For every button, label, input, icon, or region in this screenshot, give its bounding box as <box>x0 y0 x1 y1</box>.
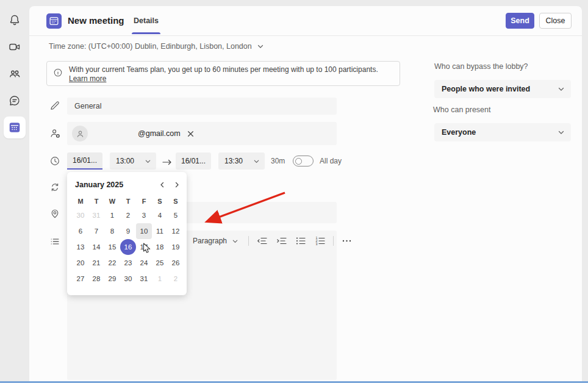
location-icon <box>49 208 61 219</box>
calendar-day[interactable]: 15 <box>104 239 120 255</box>
calendar-day[interactable]: 26 <box>168 255 184 271</box>
redacted-email-prefix <box>93 130 137 137</box>
teams-people-icon <box>9 68 21 80</box>
calendar-day[interactable]: 22 <box>104 255 120 271</box>
attendee-email: @gmail.com <box>138 129 181 138</box>
lobby-dropdown[interactable]: People who were invited <box>434 80 571 98</box>
attendee-avatar <box>72 126 88 141</box>
all-day-label: All day <box>320 157 342 165</box>
outdent-icon[interactable] <box>255 234 268 248</box>
tab-details[interactable]: Details <box>132 6 160 35</box>
calendar-day[interactable]: 30 <box>120 271 136 287</box>
calendar-day[interactable]: 2 <box>168 271 184 287</box>
prev-month-icon[interactable] <box>159 181 166 188</box>
calendar-day[interactable]: 21 <box>88 255 104 271</box>
calendar-day[interactable]: 10 <box>136 223 152 239</box>
person-icon <box>75 129 85 139</box>
svg-text:3: 3 <box>316 242 318 245</box>
calendar-day[interactable]: 28 <box>88 271 104 287</box>
active-item-background <box>4 116 26 138</box>
calendar-day[interactable]: 5 <box>168 207 184 223</box>
sidebar-item-meetings[interactable] <box>0 34 29 60</box>
next-month-icon[interactable] <box>173 181 181 188</box>
weekday-label: W <box>104 195 120 207</box>
calendar-day[interactable]: 13 <box>73 239 88 255</box>
sidebar-item-calendar[interactable] <box>0 114 29 141</box>
start-date-input[interactable]: 16/01... <box>67 152 102 170</box>
calendar-day[interactable]: 29 <box>104 271 120 287</box>
calendar-day[interactable]: 1 <box>104 207 120 223</box>
calendar-day[interactable]: 19 <box>168 239 184 255</box>
numbered-list-icon[interactable]: 123 <box>314 234 327 248</box>
calendar-day[interactable]: 23 <box>120 255 136 271</box>
end-date-input[interactable]: 16/01... <box>176 152 211 170</box>
chevron-down-icon <box>558 129 565 136</box>
calendar-day[interactable]: 8 <box>104 223 120 239</box>
calendar-day[interactable]: 27 <box>73 271 88 287</box>
calendar-month-label: January 2025 <box>73 181 159 189</box>
lobby-dropdown-value: People who were invited <box>442 85 530 93</box>
meeting-app-icon <box>46 13 62 29</box>
weekday-label: F <box>136 195 152 207</box>
timezone-selector[interactable]: Time zone: (UTC+00:00) Dublin, Edinburgh… <box>29 35 582 56</box>
end-time-select[interactable]: 13:30 <box>218 152 265 170</box>
weekday-label: S <box>152 195 168 207</box>
calendar-day-grid: 3031123456789101112131415161718192021222… <box>73 207 187 287</box>
sidebar-item-chat[interactable] <box>0 87 29 114</box>
calendar-day[interactable]: 17 <box>136 239 152 255</box>
all-day-toggle[interactable] <box>293 156 314 166</box>
calendar-day[interactable]: 1 <box>152 271 168 287</box>
send-button[interactable]: Send <box>506 13 534 29</box>
calendar-day[interactable]: 2 <box>120 207 136 223</box>
calendar-day[interactable]: 16 <box>120 239 136 255</box>
calendar-day[interactable]: 12 <box>168 223 184 239</box>
date-picker-popup: January 2025 MTWTFSS 3031123456789101112… <box>67 172 187 295</box>
remove-attendee-icon[interactable] <box>187 130 195 138</box>
sidebar-item-teams[interactable] <box>0 60 29 87</box>
more-options-icon[interactable] <box>340 234 353 248</box>
bullet-list-icon[interactable] <box>294 234 307 248</box>
calendar-day[interactable]: 14 <box>88 239 104 255</box>
present-dropdown[interactable]: Everyone <box>434 123 571 141</box>
banner-text: With your current Teams plan, you get up… <box>69 65 378 74</box>
calendar-day[interactable]: 7 <box>88 223 104 239</box>
attendees-input[interactable]: @gmail.com <box>67 122 337 145</box>
paragraph-style-select[interactable]: Paragraph <box>189 234 242 248</box>
indent-icon[interactable] <box>274 234 288 248</box>
lobby-question-label: Who can bypass the lobby? <box>434 62 528 71</box>
weekday-label: S <box>168 195 184 207</box>
arrow-right-icon <box>162 157 172 168</box>
header: New meeting Details Send Close <box>29 6 582 35</box>
calendar-day[interactable]: 31 <box>136 271 152 287</box>
chevron-down-icon <box>257 43 264 50</box>
present-question-label: Who can present <box>433 106 491 114</box>
recurrence-icon[interactable] <box>49 182 61 193</box>
paragraph-label: Paragraph <box>193 237 227 245</box>
calendar-day[interactable]: 3 <box>136 207 152 223</box>
calendar-day[interactable]: 6 <box>73 223 88 239</box>
calendar-day[interactable]: 24 <box>136 255 152 271</box>
info-icon <box>53 68 63 82</box>
sidebar-item-activity[interactable] <box>0 7 29 34</box>
learn-more-link[interactable]: Learn more <box>69 74 106 84</box>
end-time-value: 13:30 <box>224 157 243 165</box>
calendar-day[interactable]: 30 <box>73 207 88 223</box>
pencil-icon <box>49 100 61 111</box>
meeting-title-input[interactable]: General <box>67 98 337 115</box>
present-dropdown-value: Everyone <box>442 128 476 137</box>
close-button[interactable]: Close <box>539 13 572 29</box>
chevron-down-icon <box>232 238 238 245</box>
calendar-day[interactable]: 9 <box>120 223 136 239</box>
bell-icon <box>9 14 21 26</box>
calendar-day[interactable]: 18 <box>152 239 168 255</box>
calendar-day[interactable]: 25 <box>152 255 168 271</box>
timezone-label: Time zone: (UTC+00:00) Dublin, Edinburgh… <box>49 42 252 51</box>
calendar-weekday-row: MTWTFSS <box>73 195 187 207</box>
toolbar-divider <box>333 236 334 246</box>
chat-icon <box>9 95 21 107</box>
calendar-day[interactable]: 20 <box>73 255 88 271</box>
calendar-day[interactable]: 4 <box>152 207 168 223</box>
calendar-day[interactable]: 31 <box>88 207 104 223</box>
start-time-select[interactable]: 13:00 <box>110 152 156 170</box>
calendar-day[interactable]: 11 <box>152 223 168 239</box>
